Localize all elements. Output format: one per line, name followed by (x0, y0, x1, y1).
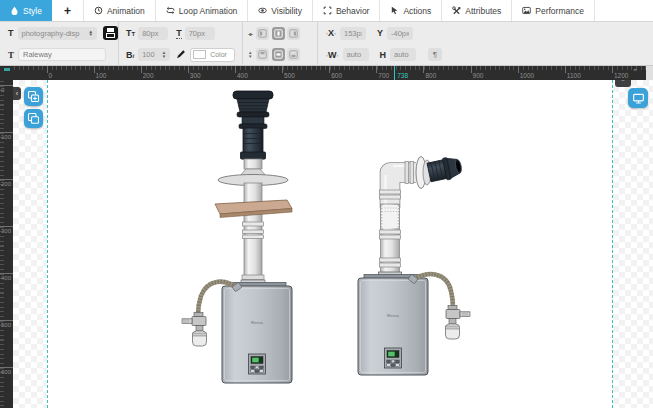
text-style-toolbar-row1: T photography-disp ▲▼ TT T ◂▸ (0, 22, 653, 44)
text-color-picker[interactable]: Color (190, 48, 235, 62)
vent-elbow-pipe (386, 162, 417, 209)
font-face-input[interactable] (18, 48, 106, 61)
align-right-button[interactable] (287, 27, 300, 40)
font-weight-label: Bi (126, 50, 134, 60)
tab-attributes-label: Attributes (465, 6, 501, 16)
heater-brand-label: Rinnai (251, 320, 263, 325)
line-height-input[interactable] (185, 27, 215, 40)
font-family-select[interactable]: photography-disp ▲▼ (18, 27, 97, 40)
y-position-label: Y (377, 28, 383, 38)
tab-performance-label: Performance (535, 6, 584, 16)
save-font-button[interactable] (103, 26, 118, 40)
align-middle-icon (274, 50, 283, 59)
ruler-cursor-value: 738 (397, 73, 408, 79)
ruler-corner-marker (4, 68, 10, 71)
align-top-button[interactable] (256, 48, 269, 61)
preview-display-button[interactable] (628, 88, 648, 108)
canvas[interactable]: Rinnai (13, 80, 653, 408)
horizontal-arrows-icon: ◂▸ (248, 30, 252, 37)
ruler-end-corner (646, 66, 653, 80)
inspector-tabbar: Style + Animation Loop Animation (0, 0, 653, 22)
image-icon (522, 6, 531, 15)
text-style-toolbar-row2: T Bi 100 ▲▼ Color ▲▼ (0, 44, 653, 66)
font-size-icon: TT (126, 28, 135, 38)
x-position-input[interactable] (340, 27, 366, 40)
align-left-button[interactable] (256, 27, 269, 40)
tab-actions[interactable]: Actions (380, 0, 442, 21)
image-water-heater-horizontal-vent[interactable]: Rinnai (350, 148, 482, 380)
align-bottom-icon (289, 50, 298, 59)
vertical-ruler[interactable]: 0100200300400500600 (0, 80, 13, 408)
scene-white-area[interactable] (47, 80, 612, 408)
style-drop-icon (10, 6, 19, 15)
vent-rain-cap (233, 91, 273, 129)
font-face-label: T (8, 50, 14, 60)
align-bottom-button[interactable] (287, 48, 300, 61)
heater-brand-label: Rinnai (387, 313, 399, 318)
scene-left-guide (47, 80, 48, 408)
tab-animation[interactable]: Animation (84, 0, 156, 21)
pen-icon (176, 49, 186, 59)
cursor-icon (390, 6, 399, 15)
sidebar-collapse-tab[interactable]: ‹ (13, 87, 21, 100)
vent-dark-pipe (241, 128, 266, 159)
add-scene-icon (27, 90, 40, 103)
tab-visibility-label: Visibility (271, 6, 302, 16)
tab-loop-animation[interactable]: Loop Animation (156, 0, 249, 21)
color-swatch-white (193, 50, 206, 59)
align-left-icon (258, 29, 267, 38)
font-weight-stepper[interactable]: 100 ▲▼ (138, 48, 170, 61)
heater-lcd-screen (388, 352, 395, 357)
tab-loop-animation-label: Loop Animation (179, 6, 238, 16)
loop-icon (166, 6, 175, 15)
tankless-heater-unit: Rinnai (222, 283, 292, 384)
duplicate-icon (27, 112, 40, 125)
vent-white-pipe (215, 159, 292, 286)
ruler-cursor-marker (394, 66, 395, 80)
align-top-icon (258, 50, 267, 59)
floppy-disk-icon (107, 28, 114, 32)
plus-icon: + (64, 4, 71, 18)
scene-right-guide (612, 80, 613, 408)
vertical-arrows-icon: ▲▼ (248, 51, 252, 58)
animation-editor-window: Style + Animation Loop Animation (0, 0, 653, 408)
clock-icon (94, 6, 103, 15)
align-center-button[interactable] (272, 27, 285, 40)
stepper-icon: ▲▼ (162, 51, 166, 58)
align-right-icon (289, 29, 298, 38)
tab-behavior[interactable]: Behavior (313, 0, 381, 21)
tab-performance[interactable]: Performance (512, 0, 595, 21)
tankless-heater-unit: Rinnai (358, 275, 428, 376)
eyedropper-pen-button[interactable] (176, 47, 186, 62)
ruler-collapse-tab[interactable]: ⌃ (615, 80, 631, 87)
ruler-collapse-icon[interactable]: ⌃ (632, 68, 638, 76)
paragraph-direction-button[interactable]: ¶ (428, 48, 442, 61)
tab-animation-label: Animation (107, 6, 145, 16)
stepper-icon: ▲▼ (88, 30, 92, 37)
tab-add-new[interactable]: + (52, 0, 84, 21)
horizontal-ruler[interactable]: ⌃ 01002003004005006007008009001000110012… (13, 66, 646, 80)
image-water-heater-vertical-vent[interactable]: Rinnai (180, 86, 302, 388)
heater-lcd-screen (252, 358, 259, 363)
tab-style[interactable]: Style (0, 0, 52, 21)
y-position-input[interactable] (387, 27, 413, 40)
ruler-corner (0, 66, 13, 80)
tab-visibility[interactable]: Visibility (248, 0, 313, 21)
width-label: ‹W› (326, 50, 339, 60)
tab-actions-label: Actions (403, 6, 431, 16)
align-middle-button[interactable] (272, 48, 285, 61)
font-family-label: T (8, 28, 14, 38)
duplicate-scene-button[interactable] (24, 109, 43, 128)
font-size-input[interactable] (138, 27, 168, 40)
add-scene-button[interactable] (24, 87, 43, 106)
line-height-icon: T (176, 28, 182, 39)
height-label: H (380, 50, 387, 60)
x-position-label: ‹X› (326, 28, 336, 38)
tab-attributes[interactable]: Attributes (442, 0, 512, 21)
tab-style-label: Style (23, 6, 42, 16)
color-label: Color (210, 51, 227, 58)
width-input[interactable] (343, 48, 369, 61)
monitor-icon (632, 92, 645, 105)
tools-icon (452, 6, 461, 15)
height-input[interactable] (390, 48, 416, 61)
